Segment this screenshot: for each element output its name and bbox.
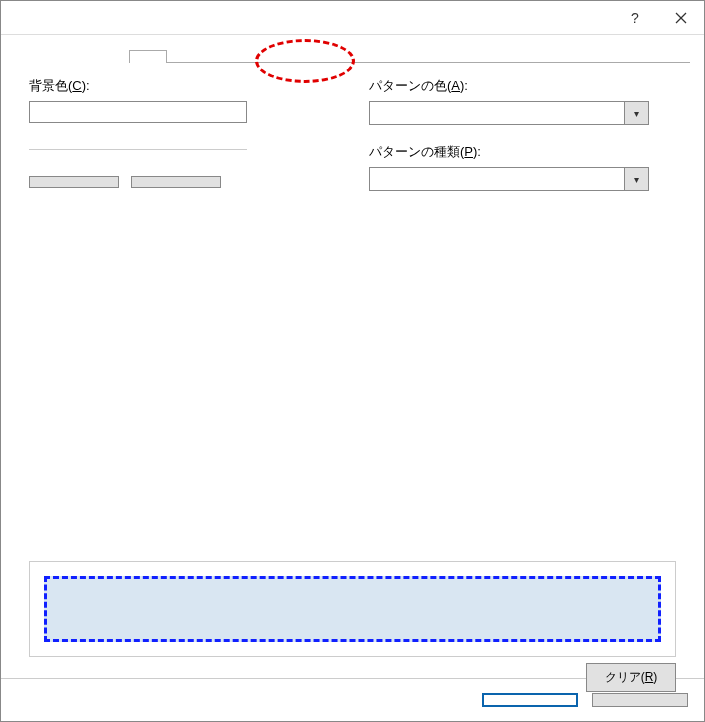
pattern-color-label: パターンの色(A):: [369, 77, 684, 95]
titlebar: ?: [1, 1, 704, 35]
bgcolor-label: 背景色(C):: [29, 77, 329, 95]
pattern-type-label: パターンの種類(P):: [369, 143, 684, 161]
tab-display-format[interactable]: [15, 50, 53, 63]
close-icon: [675, 12, 687, 24]
pattern-type-combo[interactable]: ▾: [369, 167, 649, 191]
no-color-button[interactable]: [29, 101, 247, 123]
pattern-color-combo[interactable]: ▾: [369, 101, 649, 125]
tab-border[interactable]: [91, 50, 129, 63]
help-button[interactable]: ?: [612, 1, 658, 35]
ok-button[interactable]: [482, 693, 578, 707]
cancel-button[interactable]: [592, 693, 688, 707]
pattern-color-value: [370, 102, 624, 124]
tab-font[interactable]: [53, 50, 91, 63]
palette-separator: [29, 149, 247, 150]
close-button[interactable]: [658, 1, 704, 35]
fill-effects-button[interactable]: [29, 176, 119, 188]
tab-fill[interactable]: [129, 50, 167, 63]
sample-preview: [44, 576, 661, 642]
more-colors-button[interactable]: [131, 176, 221, 188]
chevron-down-icon: ▾: [624, 102, 648, 124]
dialog-body: 背景色(C): パターンの色(A): ▾: [1, 63, 704, 678]
pattern-type-value: [370, 168, 624, 190]
tab-strip: [15, 49, 690, 63]
sample-frame: [29, 561, 676, 657]
format-cells-dialog: ? 背景色(C):: [0, 0, 705, 722]
clear-button[interactable]: クリア(R): [586, 663, 676, 692]
chevron-down-icon: ▾: [624, 168, 648, 190]
